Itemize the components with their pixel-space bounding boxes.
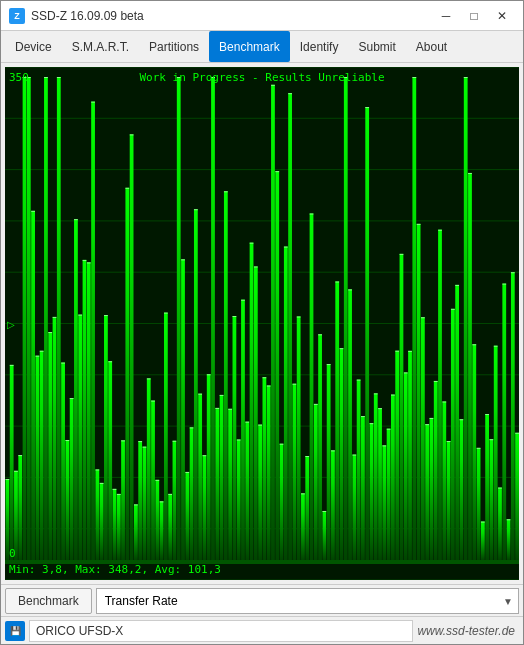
dropdown-container: Transfer Rate Access Time Burst Rate ▼: [96, 588, 519, 614]
close-button[interactable]: ✕: [489, 6, 515, 26]
menu-item-identify[interactable]: Identify: [290, 31, 349, 62]
bottom-controls: Benchmark Transfer Rate Access Time Burs…: [1, 584, 523, 616]
menu-item-benchmark[interactable]: Benchmark: [209, 31, 290, 62]
title-bar-left: Z SSD-Z 16.09.09 beta: [9, 8, 144, 24]
benchmark-button[interactable]: Benchmark: [5, 588, 92, 614]
status-device-name: ORICO UFSD-X: [29, 620, 413, 642]
chart-type-dropdown[interactable]: Transfer Rate Access Time Burst Rate: [96, 588, 519, 614]
window-title: SSD-Z 16.09.09 beta: [31, 9, 144, 23]
menu-item-device[interactable]: Device: [5, 31, 62, 62]
maximize-button[interactable]: □: [461, 6, 487, 26]
status-drive-icon: 💾: [5, 621, 25, 641]
minimize-button[interactable]: ─: [433, 6, 459, 26]
menu-bar: DeviceS.M.A.R.T.PartitionsBenchmarkIdent…: [1, 31, 523, 63]
chart-area: 350 Work in Progress - Results Unreliabl…: [5, 67, 519, 580]
status-bar: 💾 ORICO UFSD-X www.ssd-tester.de: [1, 616, 523, 644]
menu-item-about[interactable]: About: [406, 31, 457, 62]
chart-y-min-label: 0: [9, 547, 16, 560]
chart-triangle-marker: ▷: [7, 318, 15, 329]
app-icon: Z: [9, 8, 25, 24]
menu-item-partitions[interactable]: Partitions: [139, 31, 209, 62]
menu-item-submit[interactable]: Submit: [348, 31, 405, 62]
title-bar: Z SSD-Z 16.09.09 beta ─ □ ✕: [1, 1, 523, 31]
main-window: Z SSD-Z 16.09.09 beta ─ □ ✕ DeviceS.M.A.…: [0, 0, 524, 645]
benchmark-chart: [5, 67, 519, 580]
chart-title-label: Work in Progress - Results Unreliable: [5, 71, 519, 84]
window-controls: ─ □ ✕: [433, 6, 515, 26]
menu-item-s-m-a-r-t-[interactable]: S.M.A.R.T.: [62, 31, 139, 62]
status-website-label: www.ssd-tester.de: [417, 624, 519, 638]
chart-stats-label: Min: 3,8, Max: 348,2, Avg: 101,3: [9, 563, 221, 576]
